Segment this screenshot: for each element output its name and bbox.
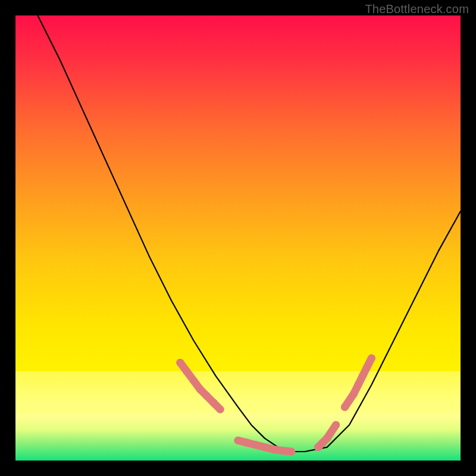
plot-area <box>15 15 461 461</box>
chart-frame: TheBottleneck.com <box>0 0 476 476</box>
svg-line-19 <box>214 403 220 409</box>
chart-svg <box>15 15 461 461</box>
watermark-label: TheBottleneck.com <box>365 2 469 16</box>
svg-line-43 <box>367 358 372 367</box>
highlight-band <box>15 371 461 407</box>
svg-line-25 <box>283 451 292 452</box>
